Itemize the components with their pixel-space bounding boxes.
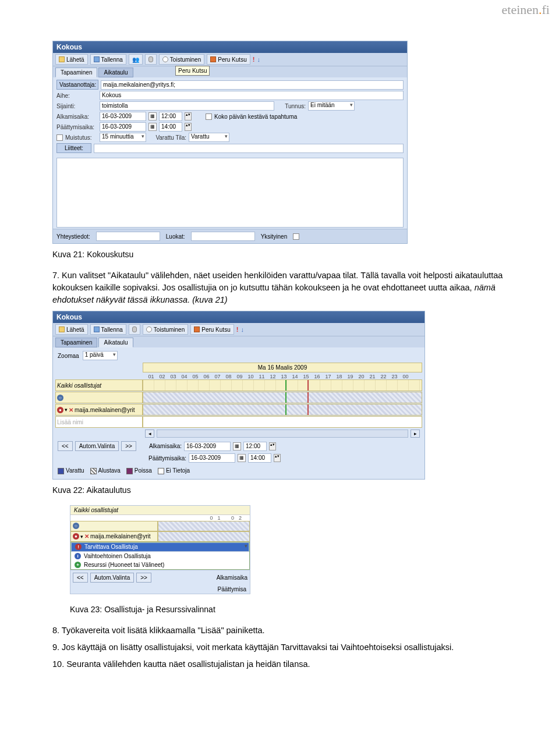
time-spinner[interactable]: ▴▾ <box>185 112 192 120</box>
location-label: Sijainti: <box>56 103 97 109</box>
time-spinner[interactable]: ▴▾ <box>274 454 281 462</box>
message-body[interactable] <box>56 158 404 228</box>
timeline-empty <box>143 416 422 428</box>
cancel-invite-button[interactable]: Peru Kutsu <box>190 324 233 335</box>
end-label-fragment: Päättymisa <box>70 585 250 594</box>
tab-schedule[interactable]: Aikataulu <box>98 338 133 347</box>
remove-icon[interactable]: ✕ <box>69 407 73 413</box>
priority-high-icon[interactable]: ! <box>236 326 239 333</box>
save-button[interactable]: Tallenna <box>90 324 126 335</box>
auto-next-button[interactable]: >> <box>121 441 136 451</box>
busy-label: Varattu Tila: <box>148 134 186 141</box>
dialog-title: Kokous <box>53 41 407 53</box>
timeline-scrollbar[interactable]: ◂ ▸ <box>143 428 422 439</box>
recipient-input[interactable]: maija.meikalainen@yritys.fi; <box>101 80 404 90</box>
busy-select[interactable]: Varattu <box>189 133 229 142</box>
tab-appointment[interactable]: Tapaaminen <box>55 68 97 77</box>
recurrence-button[interactable]: Toistuminen <box>143 324 188 335</box>
auto-select-button[interactable]: Autom.Valinta <box>75 441 119 451</box>
address-book-button[interactable]: 👥 <box>129 54 143 65</box>
save-button[interactable]: Tallenna <box>90 54 126 65</box>
auto-select-button[interactable]: Autom.Valinta <box>90 573 135 583</box>
start-time-input[interactable]: 12:00 <box>159 112 182 121</box>
schedule-legend: Varattu Alustava Poissa Ei Tietoja <box>55 465 422 477</box>
location-input[interactable]: toimistolla <box>100 101 274 111</box>
auto-start-time[interactable]: 12:00 <box>243 442 267 451</box>
recurrence-button[interactable]: Toistuminen <box>159 54 204 65</box>
end-date-input[interactable]: 16-03-2009 <box>100 122 146 132</box>
remove-icon[interactable]: ✕ <box>84 533 89 540</box>
token-label: Tunnus: <box>277 103 306 109</box>
priority-low-icon[interactable]: ↓ <box>257 56 260 63</box>
tab-appointment[interactable]: Tapaaminen <box>55 338 97 347</box>
attachments-input[interactable] <box>94 144 404 153</box>
auto-prev-button[interactable]: << <box>73 573 88 583</box>
token-select[interactable]: Ei mitään <box>308 101 355 111</box>
allday-checkbox[interactable] <box>206 113 212 120</box>
calendar-icon[interactable]: ▦ <box>148 123 157 131</box>
all-attendees-label: Kaikki osallistujat <box>74 507 118 513</box>
brand-logo: eteinen.fi <box>0 0 559 17</box>
auto-end-date[interactable]: 16-03-2009 <box>189 453 235 463</box>
send-button[interactable]: Lähetä <box>55 54 88 65</box>
start-date-input[interactable]: 16-03-2009 <box>100 112 146 121</box>
recipient-picker[interactable]: Vastaanottaja: <box>56 80 98 90</box>
attachment-button[interactable] <box>145 54 157 65</box>
dialog-toolbar: Lähetä Tallenna 👥 Toistuminen Peru Kutsu… <box>53 53 407 66</box>
save-icon <box>94 326 100 332</box>
categories-input[interactable] <box>191 232 255 241</box>
allday-label: Koko päivän kestävä tapahtuma <box>214 113 297 120</box>
menu-resource[interactable]: +Resurssi (Huoneet tai Välineet) <box>71 560 249 569</box>
cancel-invite-tooltip: Peru Kutsu <box>175 66 210 76</box>
attendee-menu-screenshot: Kaikki osallistujat 01 02 ○ ● ▾ ✕ maija.… <box>70 505 250 594</box>
zoom-select[interactable]: 1 päivä <box>83 351 118 360</box>
contacts-label: Yhteystiedot: <box>56 233 90 240</box>
scroll-right-icon[interactable]: ▸ <box>411 430 420 438</box>
envelope-icon <box>59 56 65 62</box>
time-spinner[interactable]: ▴▾ <box>269 442 276 450</box>
tab-schedule[interactable]: Aikataulu <box>98 68 133 77</box>
attendee-row[interactable]: ● ▾ ✕ maija.meikalainen@yrit <box>55 404 143 416</box>
day-header: Ma 16 Maalis 2009 <box>143 363 422 372</box>
start-label: Alkamisaika: <box>149 443 182 449</box>
attendee-self-label: ○ <box>70 521 158 531</box>
private-checkbox[interactable] <box>293 233 299 240</box>
priority-high-icon[interactable]: ! <box>253 56 255 63</box>
menu-optional[interactable]: iVaihtoehtoinen Osallistuja <box>71 552 249 560</box>
paragraph-7: 7. Kun valitset "Aikataulu" välilehden, … <box>52 269 507 306</box>
attachments-button[interactable]: Liitteet: <box>56 143 91 153</box>
timeline-all <box>143 379 422 391</box>
reminder-checkbox[interactable] <box>56 134 63 141</box>
reminder-select[interactable]: 15 minuuttia <box>100 133 146 142</box>
dialog-tabs: Tapaaminen Aikataulu <box>53 66 407 77</box>
auto-prev-button[interactable]: << <box>58 441 73 451</box>
end-time-input[interactable]: 14:00 <box>159 122 182 132</box>
send-button[interactable]: Lähetä <box>55 324 88 335</box>
scroll-left-icon[interactable]: ◂ <box>145 430 154 438</box>
timeline-self <box>143 392 422 403</box>
calendar-icon[interactable]: ▦ <box>233 442 241 450</box>
attendee-row[interactable]: ● ▾ ✕ maija.meikalainen@yrit <box>70 531 158 542</box>
flag-icon <box>194 326 200 332</box>
priority-low-icon[interactable]: ↓ <box>240 326 244 333</box>
time-spinner[interactable]: ▴▾ <box>185 123 192 131</box>
recurrence-icon <box>146 326 152 332</box>
attachment-button[interactable] <box>129 324 140 335</box>
auto-start-date[interactable]: 16-03-2009 <box>184 442 231 451</box>
auto-end-time[interactable]: 14:00 <box>248 453 271 463</box>
recurrence-icon <box>162 56 168 62</box>
contacts-input[interactable] <box>96 232 160 241</box>
attendee-self-label: ○ <box>55 392 143 403</box>
end-label: Päättymisaika: <box>148 455 186 462</box>
subject-input[interactable]: Kokous <box>100 91 404 100</box>
all-attendees-label: Kaikki osallistujat <box>55 379 143 391</box>
cancel-invite-button[interactable]: Peru Kutsu <box>207 54 250 65</box>
menu-required[interactable]: !Tarvittava Osallistuja <box>71 542 249 552</box>
calendar-icon[interactable]: ▦ <box>148 112 157 120</box>
dialog-title: Kokous <box>53 311 424 323</box>
auto-next-button[interactable]: >> <box>136 573 151 583</box>
envelope-icon <box>59 326 65 332</box>
hours-fragment: 01 02 <box>70 514 250 521</box>
calendar-icon[interactable]: ▦ <box>238 454 246 462</box>
add-attendee-row[interactable]: Lisää nimi <box>55 416 143 428</box>
